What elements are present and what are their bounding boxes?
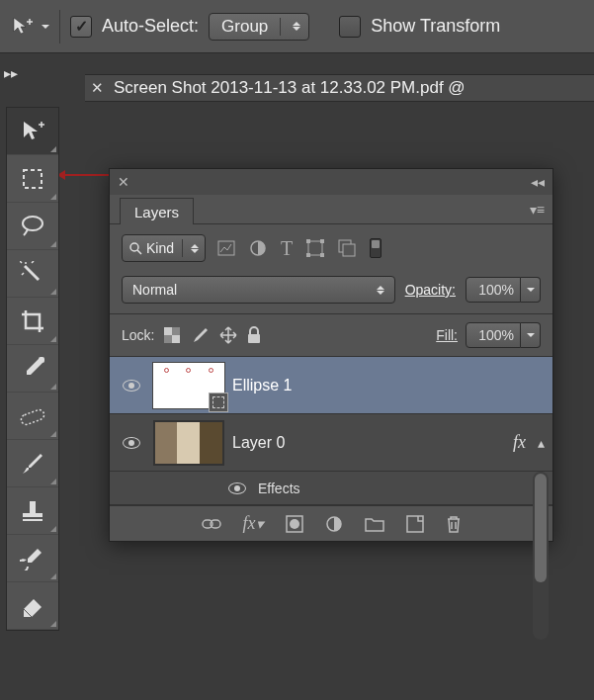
layer-row[interactable]: Ellipse 1 <box>110 357 552 414</box>
layers-scrollbar[interactable] <box>533 472 549 640</box>
clone-stamp-tool[interactable] <box>7 487 58 535</box>
visibility-toggle[interactable] <box>123 380 140 392</box>
opacity-slider-arrow[interactable] <box>521 277 541 303</box>
blend-opacity-row: Normal Opacity: 100% <box>110 272 552 314</box>
svg-rect-14 <box>306 253 310 257</box>
layers-panel: ✕ ◂◂ Layers ▾≡ Kind T Normal Opacity: <box>109 168 553 542</box>
visibility-toggle[interactable] <box>228 482 246 494</box>
scrollbar-thumb[interactable] <box>535 474 547 582</box>
divider <box>59 10 60 44</box>
auto-select-value: Group <box>221 17 268 37</box>
filter-kind-dropdown[interactable]: Kind <box>122 234 206 262</box>
crop-icon <box>20 308 45 334</box>
svg-point-25 <box>290 519 299 529</box>
healing-brush-tool[interactable] <box>7 393 58 440</box>
history-brush-tool[interactable] <box>7 535 58 582</box>
crop-tool[interactable] <box>7 298 58 345</box>
show-transform-checkbox[interactable] <box>339 16 361 38</box>
options-bar: ✓ Auto-Select: Group Show Transform <box>0 0 594 53</box>
effects-row[interactable]: Effects <box>110 472 552 505</box>
panel-menu-button[interactable]: ▾≡ <box>530 202 545 218</box>
stamp-icon <box>21 499 44 523</box>
eyedropper-tool[interactable] <box>7 345 58 393</box>
panel-collapse-button[interactable]: ◂◂ <box>531 174 545 190</box>
svg-point-2 <box>25 262 27 264</box>
brush-tool[interactable] <box>7 440 58 487</box>
svg-point-8 <box>130 243 138 251</box>
link-layers-icon[interactable] <box>202 517 221 531</box>
filter-smart-icon[interactable] <box>338 239 356 257</box>
new-layer-icon[interactable] <box>406 515 424 533</box>
svg-rect-3 <box>39 357 44 363</box>
layer-row[interactable]: Layer 0 fx ▴ <box>110 414 552 472</box>
filter-shape-icon[interactable] <box>306 239 324 257</box>
move-tool[interactable] <box>7 108 58 155</box>
layers-list: Ellipse 1 Layer 0 fx ▴ Effects <box>110 357 552 505</box>
layer-thumbnail[interactable] <box>153 420 224 466</box>
lasso-icon <box>20 214 45 239</box>
layer-name[interactable]: Ellipse 1 <box>232 377 292 394</box>
lock-pixels-icon[interactable] <box>190 326 210 344</box>
filter-toggle[interactable] <box>370 238 382 258</box>
filter-kind-label: Kind <box>146 240 174 256</box>
visibility-toggle[interactable] <box>123 437 140 449</box>
layer-mask-icon[interactable] <box>286 515 303 533</box>
lock-all-icon[interactable] <box>247 326 261 344</box>
opacity-label: Opacity: <box>405 282 456 298</box>
filter-pixel-icon[interactable] <box>217 240 235 256</box>
adjustment-layer-icon[interactable] <box>325 515 343 533</box>
auto-select-label: Auto-Select: <box>102 16 199 37</box>
svg-rect-7 <box>23 519 42 521</box>
magic-wand-tool[interactable] <box>7 250 58 298</box>
filter-type-icon[interactable]: T <box>281 237 293 260</box>
fill-input[interactable]: 100% <box>466 322 521 348</box>
panel-expand-icon[interactable]: ▸▸ <box>4 65 24 83</box>
svg-rect-5 <box>30 501 36 513</box>
eraser-icon <box>20 595 45 617</box>
toolbox <box>6 107 59 631</box>
svg-rect-20 <box>172 335 180 343</box>
svg-rect-0 <box>24 170 42 188</box>
fill-slider-arrow[interactable] <box>521 322 541 348</box>
opacity-input[interactable]: 100% <box>466 277 521 303</box>
svg-rect-12 <box>306 239 310 243</box>
fx-badge[interactable]: fx <box>513 432 526 453</box>
panel-drag-handle[interactable]: ✕ ◂◂ <box>110 169 552 195</box>
eraser-tool[interactable] <box>7 582 58 630</box>
lock-position-icon[interactable] <box>219 326 237 344</box>
blend-mode-value: Normal <box>132 282 177 298</box>
show-transform-label: Show Transform <box>371 16 500 37</box>
svg-rect-27 <box>407 516 423 532</box>
document-title[interactable]: Screen Shot 2013-11-13 at 12.33.02 PM.pd… <box>114 78 466 98</box>
filter-adjustment-icon[interactable] <box>249 239 267 257</box>
layers-panel-bottom-bar: fx▾ <box>110 505 552 541</box>
fill-input-group: 100% <box>466 322 541 348</box>
search-icon <box>128 241 142 255</box>
effects-label: Effects <box>258 481 300 496</box>
auto-select-checkbox[interactable]: ✓ <box>70 16 92 38</box>
lock-label: Lock: <box>122 327 154 343</box>
layer-style-icon[interactable]: fx▾ <box>243 513 264 534</box>
svg-rect-6 <box>23 513 42 517</box>
move-cursor-icon <box>11 16 33 38</box>
opacity-input-group: 100% <box>466 277 541 303</box>
delete-layer-icon[interactable] <box>446 515 462 533</box>
svg-rect-15 <box>320 253 324 257</box>
panel-close-button[interactable]: ✕ <box>118 174 129 190</box>
layers-tab[interactable]: Layers <box>120 198 194 224</box>
marquee-tool[interactable] <box>7 155 58 203</box>
wand-icon <box>20 261 45 287</box>
svg-rect-21 <box>248 334 260 343</box>
layer-name[interactable]: Layer 0 <box>232 434 285 452</box>
eyedropper-icon <box>21 357 44 381</box>
svg-rect-13 <box>320 239 324 243</box>
lock-transparency-icon[interactable] <box>164 327 180 343</box>
vector-mask-badge[interactable] <box>209 393 228 412</box>
blend-mode-dropdown[interactable]: Normal <box>122 276 395 304</box>
new-group-icon[interactable] <box>365 516 384 532</box>
fx-expand-arrow[interactable]: ▴ <box>538 435 545 451</box>
auto-select-dropdown[interactable]: Group <box>209 13 309 41</box>
lasso-tool[interactable] <box>7 203 58 250</box>
tool-preset-arrow-icon[interactable] <box>42 25 49 29</box>
close-document-button[interactable]: ✕ <box>91 79 104 97</box>
